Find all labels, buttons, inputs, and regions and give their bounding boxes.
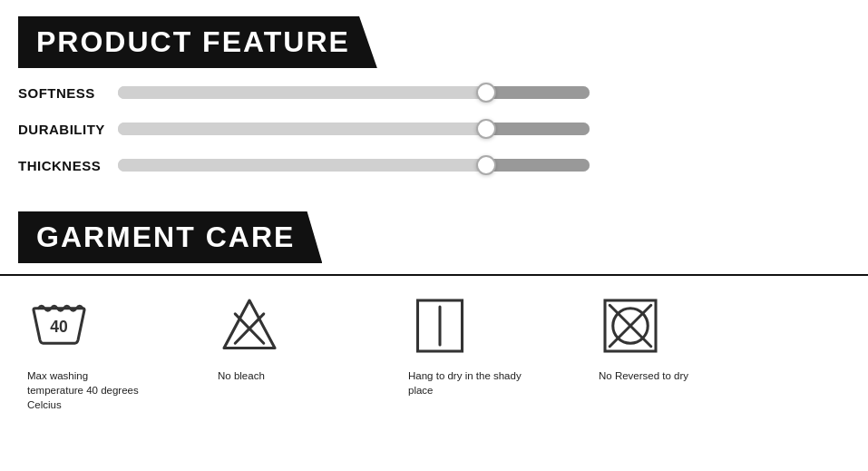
thickness-row: THICKNESS xyxy=(18,157,841,173)
sliders-section: SOFTNESS DURABILITY xyxy=(0,84,868,202)
softness-row: SOFTNESS xyxy=(18,84,841,101)
wash-40-svg: 40 xyxy=(27,294,91,358)
garment-care-title: GARMENT CARE xyxy=(36,221,295,254)
care-item-wash: 40 Max washing temperature 40 degrees Ce… xyxy=(27,294,145,412)
softness-right xyxy=(486,86,590,99)
wash-40-icon: 40 xyxy=(27,294,91,361)
thickness-label: THICKNESS xyxy=(18,158,118,173)
no-reversed-dry-svg xyxy=(599,294,662,358)
care-item-hang-dry: Hang to dry in the shady place xyxy=(408,294,526,397)
care-item-no-reversed-dry: No Reversed to dry xyxy=(599,294,717,383)
thickness-track xyxy=(118,159,590,172)
softness-track xyxy=(118,86,590,99)
no-bleach-svg xyxy=(218,294,281,358)
thickness-thumb[interactable] xyxy=(476,155,496,175)
care-icons-row: 40 Max washing temperature 40 degrees Ce… xyxy=(0,276,868,421)
softness-thumb[interactable] xyxy=(476,83,496,103)
hang-dry-label: Hang to dry in the shady place xyxy=(408,368,526,397)
durability-right xyxy=(486,123,590,135)
no-reversed-dry-label: No Reversed to dry xyxy=(599,368,688,383)
durability-row: DURABILITY xyxy=(18,121,841,137)
no-reversed-dry-icon xyxy=(599,294,662,361)
product-feature-section: PRODUCT FEATURE SOFTNESS DURABILITY xyxy=(0,0,868,202)
softness-slider[interactable] xyxy=(118,84,590,101)
svg-text:40: 40 xyxy=(50,318,68,336)
durability-slider[interactable] xyxy=(118,121,590,137)
thickness-right xyxy=(486,159,590,172)
hang-dry-svg xyxy=(408,294,472,358)
thickness-slider[interactable] xyxy=(118,157,590,173)
wash-40-label: Max washing temperature 40 degrees Celci… xyxy=(27,368,145,412)
no-bleach-label: No bleach xyxy=(218,368,265,383)
durability-label: DURABILITY xyxy=(18,122,118,137)
product-feature-title: PRODUCT FEATURE xyxy=(36,25,350,59)
garment-care-section: GARMENT CARE 40 Max washing temperature … xyxy=(0,202,868,421)
no-bleach-icon xyxy=(218,294,281,361)
product-feature-header: PRODUCT FEATURE xyxy=(18,16,377,68)
care-item-no-bleach: No bleach xyxy=(218,294,336,383)
softness-label: SOFTNESS xyxy=(18,85,118,101)
durability-track xyxy=(118,123,590,135)
softness-filled xyxy=(118,86,486,99)
hang-dry-icon xyxy=(408,294,472,361)
durability-filled xyxy=(118,123,486,135)
thickness-filled xyxy=(118,159,486,172)
svg-marker-1 xyxy=(224,300,275,348)
durability-thumb[interactable] xyxy=(476,119,496,139)
garment-care-header: GARMENT CARE xyxy=(18,211,322,263)
